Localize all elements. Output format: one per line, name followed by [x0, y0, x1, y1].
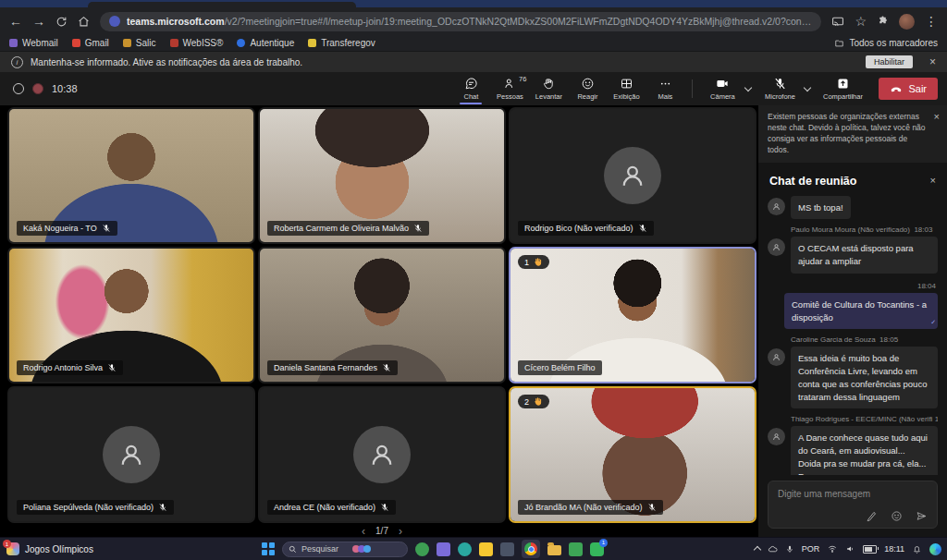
app-icon-chrome-active[interactable] — [522, 540, 540, 558]
participant-tile[interactable]: Roberta Carmem de Oliveira Malvão — [258, 107, 506, 244]
share-button[interactable]: Compartilhar — [816, 74, 869, 103]
chat-messages[interactable]: MS tb topa! Paulo Moura Moura (Não verif… — [758, 196, 947, 475]
participant-tile-hand-raised[interactable]: 2 Jó Brandão MA (Não verificado) — [509, 386, 756, 523]
raised-hand-icon — [533, 257, 543, 267]
people-button[interactable]: 76 Pessoas — [491, 74, 528, 103]
mic-muted-icon — [382, 363, 391, 372]
volume-icon[interactable] — [845, 544, 855, 554]
app-icon-green[interactable] — [415, 542, 429, 556]
taskbar-search[interactable]: Pesquisar — [282, 542, 408, 557]
person-icon — [771, 201, 781, 212]
widget-icon: 1 — [6, 542, 19, 555]
notifications-bell-icon[interactable] — [912, 544, 922, 554]
more-icon — [658, 77, 672, 91]
bookmark-transferegov[interactable]: Transferegov — [308, 38, 375, 48]
raised-hand-badge: 2 — [518, 395, 549, 408]
clock[interactable]: 18:11 — [884, 544, 904, 554]
app-icon-green-2[interactable] — [569, 542, 583, 556]
cast-icon[interactable] — [831, 16, 844, 28]
app-icon-file-explorer[interactable] — [547, 545, 561, 555]
meeting-shield-icon — [13, 83, 24, 94]
leave-button[interactable]: Sair — [879, 78, 938, 100]
search-highlights-icon — [354, 545, 402, 553]
chat-panel: Existem pessoas de organizações externas… — [758, 105, 947, 538]
bookmark-salic[interactable]: Salic — [123, 38, 156, 48]
participant-tile[interactable]: Andrea CE (Não verificado) — [258, 386, 506, 523]
browser-menu-icon[interactable]: ⋮ — [925, 15, 938, 28]
app-icon-calculator[interactable] — [500, 542, 514, 556]
notification-text: Mantenha-se informado. Ative as notifica… — [31, 57, 302, 67]
tray-chevron-icon[interactable] — [753, 546, 760, 554]
bookmark-autentique[interactable]: Autentique — [237, 38, 294, 48]
reload-icon[interactable] — [55, 16, 68, 28]
bookmark-webiss[interactable]: WebISS® — [170, 38, 224, 48]
bookmark-webmail[interactable]: Webmail — [9, 38, 58, 48]
gallery-pagination: ‹ 1/7 › — [7, 524, 756, 538]
forward-icon[interactable]: → — [32, 15, 45, 28]
participant-name: Poliana Sepúlveda (Não verificado) — [23, 503, 154, 512]
chrome-icon — [524, 542, 537, 555]
send-icon[interactable] — [916, 510, 928, 522]
app-icon-phone[interactable]: 1 — [590, 542, 604, 556]
browser-profile-avatar[interactable] — [899, 14, 915, 30]
bookmark-gmail[interactable]: Gmail — [72, 38, 109, 48]
previous-page-icon[interactable]: ‹ — [362, 526, 365, 537]
start-button[interactable] — [262, 542, 275, 555]
close-notification-icon[interactable]: × — [929, 55, 936, 68]
raise-hand-button[interactable]: Levantar — [530, 74, 567, 103]
participant-tile[interactable]: Rodrigo Antonio Silva — [7, 247, 255, 383]
extensions-icon[interactable] — [877, 16, 889, 28]
all-bookmarks[interactable]: Todos os marcadores — [834, 38, 938, 48]
notice-text: Existem pessoas de organizações externas… — [768, 112, 929, 156]
message-input-placeholder: Digite uma mensagem — [778, 489, 928, 499]
microphone-button[interactable]: Microfone — [756, 74, 803, 103]
mic-muted-icon — [647, 503, 657, 512]
emoji-icon[interactable] — [891, 510, 903, 522]
participant-tile[interactable]: Poliana Sepúlveda (Não verificado) — [7, 386, 255, 523]
participant-tile[interactable]: Kaká Nogueira - TO — [7, 107, 255, 244]
system-tray: POR 18:11 — [755, 538, 941, 560]
mic-muted-icon — [380, 503, 389, 512]
next-page-icon[interactable]: › — [399, 526, 402, 537]
react-button[interactable]: Reagir — [569, 74, 606, 103]
microphone-options-chevron-icon[interactable] — [804, 84, 811, 91]
person-icon — [771, 352, 781, 362]
camera-button[interactable]: Câmera — [701, 74, 744, 103]
close-chat-icon[interactable]: × — [930, 176, 936, 186]
message-input[interactable]: Digite uma mensagem — [768, 481, 938, 529]
camera-options-chevron-icon[interactable] — [744, 84, 752, 91]
tray-mic-icon[interactable] — [785, 544, 794, 554]
app-icon-sticky-notes[interactable] — [479, 542, 493, 556]
show-desktop-widget-icon[interactable] — [929, 543, 941, 555]
format-icon[interactable] — [866, 510, 878, 522]
participant-tile[interactable]: Rodrigo Bico (Não verificado) — [509, 107, 756, 244]
external-users-notice: Existem pessoas de organizações externas… — [758, 105, 947, 163]
participant-tile-speaking[interactable]: 1 Cícero Belém Filho — [509, 247, 756, 383]
language-indicator[interactable]: POR — [802, 544, 820, 554]
meeting-status: 10:38 — [13, 72, 78, 105]
enable-notifications-button[interactable]: Habilitar — [866, 55, 913, 68]
view-button[interactable]: Exibição — [608, 74, 645, 103]
transferegov-icon — [308, 39, 316, 47]
taskbar-widget[interactable]: 1 Jogos Olímpicos — [6, 538, 93, 560]
home-icon[interactable] — [78, 16, 90, 28]
address-bar[interactable]: teams.microsoft.com/v2/?meetingjoin=true… — [100, 12, 821, 31]
close-notice-icon[interactable]: × — [934, 112, 940, 122]
chat-message: Essa ideia é muito boa de Conferência Li… — [768, 347, 938, 408]
app-icon-teams[interactable] — [437, 542, 450, 556]
participant-tile[interactable]: Daniela Santana Fernandes — [258, 247, 506, 383]
back-icon[interactable]: ← — [9, 15, 22, 28]
chat-button[interactable]: Chat — [452, 74, 489, 103]
onedrive-icon[interactable] — [768, 544, 778, 554]
app-icon-teal[interactable] — [458, 542, 472, 556]
bookmarks-bar: Webmail Gmail Salic WebISS® Autentique T… — [0, 35, 947, 52]
more-button[interactable]: Mais — [646, 74, 683, 103]
bookmark-star-icon[interactable]: ☆ — [855, 15, 867, 28]
raise-hand-icon — [542, 77, 556, 91]
wifi-icon[interactable] — [827, 544, 838, 554]
participant-name: Cícero Belém Filho — [524, 363, 596, 372]
mic-muted-icon — [638, 224, 647, 233]
meeting-toolbar: 10:38 Chat 76 Pessoas Levantar Reagir — [0, 72, 947, 106]
battery-icon[interactable] — [863, 545, 877, 554]
salic-icon — [123, 39, 131, 47]
